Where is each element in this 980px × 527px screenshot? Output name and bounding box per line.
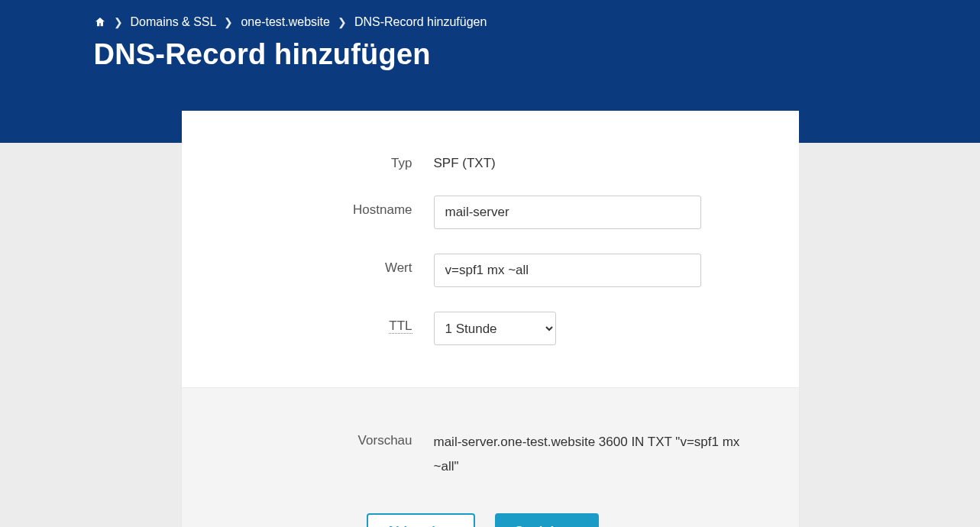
save-button[interactable]: Speichern [495,513,599,527]
breadcrumb: ❯ Domains & SSL ❯ one-test.website ❯ DNS… [94,15,891,29]
cancel-button[interactable]: Abbrechen [367,513,476,527]
type-label: Typ [212,149,434,171]
page-title: DNS-Record hinzufügen [94,38,891,71]
hostname-label: Hostname [212,196,434,218]
chevron-right-icon: ❯ [338,16,347,28]
preview-label: Vorschau [212,426,434,448]
preview-text: mail-server.one-test.website 3600 IN TXT… [434,426,768,480]
home-icon[interactable] [94,16,106,28]
breadcrumb-current: DNS-Record hinzufügen [354,15,487,29]
ttl-label: TTL [212,312,434,334]
chevron-right-icon: ❯ [114,16,123,28]
breadcrumb-domain[interactable]: one-test.website [241,15,330,29]
chevron-right-icon: ❯ [224,16,233,28]
ttl-select[interactable]: 1 Stunde [434,312,556,345]
type-value: SPF (TXT) [434,149,496,171]
breadcrumb-domains-ssl[interactable]: Domains & SSL [131,15,217,29]
value-input[interactable] [434,254,701,287]
hostname-input[interactable] [434,196,701,229]
value-label: Wert [212,254,434,276]
form-card: Typ SPF (TXT) Hostname Wert TTL 1 Stunde [182,111,799,527]
